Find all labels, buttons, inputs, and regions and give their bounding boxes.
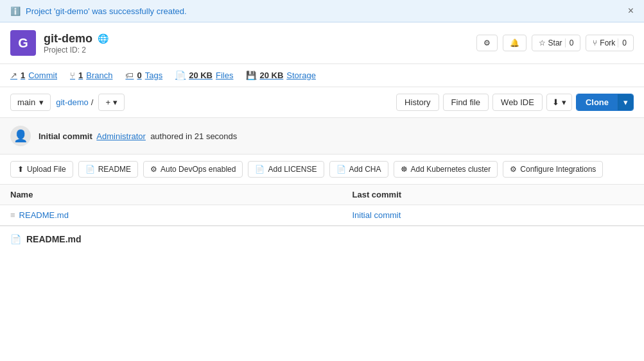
- project-avatar: G: [10, 30, 36, 56]
- readme-icon: 📄: [85, 165, 95, 174]
- commit-icon: ↗: [10, 71, 17, 80]
- file-type-icon: ≡: [10, 210, 15, 220]
- star-label: Star: [548, 38, 562, 47]
- commit-meta: Administrator authored in 21 seconds: [94, 131, 237, 141]
- download-button[interactable]: ⬇ ▾: [546, 94, 572, 111]
- devops-icon: ⚙: [150, 165, 157, 174]
- find-file-button[interactable]: Find file: [443, 94, 489, 111]
- file-name-text: README.md: [19, 210, 69, 220]
- kubernetes-button[interactable]: ☸ Add Kubernetes cluster: [394, 161, 498, 178]
- branches-label: Branch: [86, 71, 112, 80]
- file-commit-link[interactable]: Initial commit: [352, 210, 401, 220]
- bell-icon: 🔔: [510, 38, 519, 47]
- breadcrumb-repo-link[interactable]: git-demo: [56, 97, 89, 107]
- kubernetes-icon: ☸: [401, 165, 408, 174]
- storage-icon: 💾: [246, 71, 256, 80]
- tags-count: 0: [137, 71, 141, 80]
- files-icon: 📄: [175, 71, 186, 80]
- files-label: Files: [216, 71, 233, 80]
- clone-main-button[interactable]: Clone: [577, 94, 618, 110]
- kubernetes-label: Add Kubernetes cluster: [411, 165, 491, 174]
- commit-author-link[interactable]: Administrator: [96, 131, 146, 141]
- notification-content: ℹ️ Project 'git-demo' was successfully c…: [10, 6, 187, 16]
- project-details: git-demo 🌐 Project ID: 2: [44, 32, 109, 55]
- globe-icon: 🌐: [98, 33, 109, 44]
- download-icon: ⬇: [552, 97, 559, 107]
- commits-stat[interactable]: ↗ 1 Commit: [10, 71, 57, 80]
- storage-stat[interactable]: 💾 20 KB Storage: [246, 71, 315, 80]
- star-icon: ☆: [539, 38, 546, 47]
- branches-stat[interactable]: ⑂ 1 Branch: [70, 71, 112, 80]
- project-header: G git-demo 🌐 Project ID: 2 ⚙ 🔔 ☆ Star 0 …: [0, 22, 644, 64]
- notifications-button[interactable]: 🔔: [503, 35, 527, 51]
- add-changelog-button[interactable]: 📄 Add CHA: [329, 161, 388, 178]
- download-caret-icon: ▾: [562, 97, 566, 107]
- history-button[interactable]: History: [396, 94, 439, 111]
- readme-button[interactable]: 📄 README: [78, 161, 138, 178]
- upload-label: Upload File: [27, 165, 66, 174]
- readme-section: 📄 README.md: [0, 226, 644, 252]
- tags-stat[interactable]: 🏷 0 Tags: [125, 71, 162, 80]
- star-button[interactable]: ☆ Star 0: [532, 35, 581, 51]
- repo-toolbar: main ▾ git-demo / + ▾ History Find file …: [0, 87, 644, 117]
- fork-icon: ⑂: [593, 38, 597, 47]
- notification-close-button[interactable]: ×: [628, 5, 634, 17]
- settings-button[interactable]: ⚙: [476, 35, 498, 51]
- commit-avatar: 👤: [10, 126, 31, 146]
- settings-icon: ⚙: [483, 38, 491, 47]
- col-name-header: Name: [0, 185, 342, 205]
- storage-size: 20 KB: [259, 71, 283, 80]
- branches-count: 1: [78, 71, 83, 80]
- clone-button-group: Clone ▾: [576, 94, 634, 111]
- file-actions: ⬆ Upload File 📄 README ⚙ Auto DevOps ena…: [0, 155, 644, 185]
- license-label: Add LICENSE: [268, 165, 317, 174]
- star-count: 0: [565, 38, 574, 47]
- branch-name: main: [17, 97, 35, 107]
- add-caret-icon: ▾: [113, 97, 117, 107]
- tags-label: Tags: [145, 71, 162, 80]
- readme-filename: README.md: [26, 234, 82, 244]
- auto-devops-button[interactable]: ⚙ Auto DevOps enabled: [143, 161, 243, 178]
- notification-message: Project 'git-demo' was successfully crea…: [26, 6, 187, 16]
- chevron-down-icon: ▾: [39, 97, 44, 107]
- add-license-button[interactable]: 📄 Add LICENSE: [248, 161, 324, 178]
- commit-time: authored in 21 seconds: [150, 131, 237, 141]
- storage-label: Storage: [286, 71, 316, 80]
- integrations-label: Configure Integrations: [520, 165, 596, 174]
- changelog-icon: 📄: [336, 165, 346, 174]
- commit-row: 👤 Initial commit Administrator authored …: [0, 117, 644, 155]
- breadcrumb: git-demo /: [56, 97, 93, 107]
- commit-message: Initial commit: [39, 131, 92, 141]
- upload-icon: ⬆: [17, 165, 24, 174]
- tag-icon: 🏷: [125, 71, 134, 80]
- readme-file-icon: 📄: [10, 234, 21, 244]
- commits-label: Commit: [28, 71, 57, 80]
- readme-label: README: [98, 165, 131, 174]
- fork-button[interactable]: ⑂ Fork 0: [586, 35, 634, 51]
- clone-caret-button[interactable]: ▾: [618, 94, 633, 110]
- files-stat[interactable]: 📄 20 KB Files: [175, 71, 233, 80]
- add-button[interactable]: + ▾: [98, 94, 125, 111]
- breadcrumb-sep: /: [91, 97, 94, 107]
- avatar-placeholder: 👤: [13, 129, 28, 143]
- files-size: 20 KB: [189, 71, 213, 80]
- project-name-row: git-demo 🌐: [44, 32, 109, 46]
- clone-caret-icon: ▾: [623, 97, 628, 107]
- file-name-link[interactable]: ≡ README.md: [10, 210, 332, 220]
- upload-file-button[interactable]: ⬆ Upload File: [10, 161, 73, 178]
- stats-bar: ↗ 1 Commit ⑂ 1 Branch 🏷 0 Tags 📄 20 KB F…: [0, 64, 644, 87]
- devops-label: Auto DevOps enabled: [161, 165, 236, 174]
- fork-count: 0: [618, 38, 627, 47]
- info-icon: ℹ️: [10, 6, 21, 16]
- branch-selector[interactable]: main ▾: [10, 94, 51, 111]
- notification-bar: ℹ️ Project 'git-demo' was successfully c…: [0, 0, 644, 22]
- branch-icon: ⑂: [70, 71, 75, 80]
- col-commit-header: Last commit: [342, 185, 645, 205]
- integrations-icon: ⚙: [510, 165, 517, 174]
- integrations-button[interactable]: ⚙ Configure Integrations: [503, 161, 603, 178]
- license-icon: 📄: [255, 165, 265, 174]
- commits-count: 1: [21, 71, 25, 80]
- repo-toolbar-right: History Find file Web IDE ⬇ ▾ Clone ▾: [396, 94, 634, 111]
- changelog-label: Add CHA: [349, 165, 381, 174]
- web-ide-button[interactable]: Web IDE: [492, 94, 543, 111]
